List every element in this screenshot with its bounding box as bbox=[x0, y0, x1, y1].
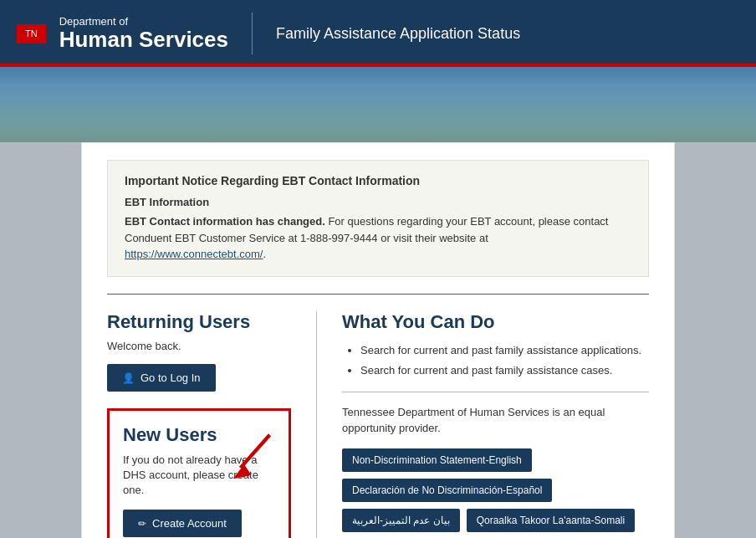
tn-logo: TN bbox=[17, 24, 46, 44]
create-account-button[interactable]: Create Account bbox=[123, 510, 242, 537]
header-separator bbox=[252, 13, 253, 54]
main-content: Important Notice Regarding EBT Contact I… bbox=[0, 142, 756, 538]
notice-box: Important Notice Regarding EBT Contact I… bbox=[107, 160, 649, 277]
what-you-can-do-list: Search for current and past family assis… bbox=[342, 343, 649, 378]
vertical-divider bbox=[316, 311, 317, 539]
user-icon bbox=[122, 371, 135, 384]
logo-tn-text: TN bbox=[25, 29, 38, 38]
what-you-can-do-title: What You Can Do bbox=[342, 311, 649, 333]
notice-body-bold: EBT Contact information has changed. bbox=[125, 215, 325, 228]
returning-users-subtitle: Welcome back. bbox=[107, 340, 291, 352]
bg-scene bbox=[0, 67, 756, 142]
equal-opportunity-text: Tennessee Department of Human Services i… bbox=[342, 404, 649, 437]
right-divider bbox=[342, 392, 649, 392]
notice-link[interactable]: https://www.connectebt.com/ bbox=[125, 248, 263, 260]
returning-users-title: Returning Users bbox=[107, 311, 291, 333]
lang-button-spanish[interactable]: Declaración de No Discriminación-Español bbox=[342, 479, 552, 502]
page-title: Family Assistance Application Status bbox=[276, 25, 520, 43]
notice-body-end: . bbox=[263, 248, 266, 260]
right-column: What You Can Do Search for current and p… bbox=[342, 311, 649, 539]
lang-button-arabic[interactable]: بيان عدم التمييز-العربية bbox=[342, 509, 460, 532]
lang-button-english[interactable]: Non-Discrimination Statement-English bbox=[342, 448, 532, 472]
list-item: Search for current and past family assis… bbox=[360, 363, 649, 378]
dept-of-label: Department of bbox=[59, 15, 228, 28]
dept-info: Department of Human Services bbox=[59, 15, 228, 52]
notice-subtitle: EBT Information bbox=[125, 196, 631, 208]
edit-icon bbox=[138, 517, 146, 530]
login-button-label: Go to Log In bbox=[140, 371, 201, 384]
notice-title: Important Notice Regarding EBT Contact I… bbox=[125, 174, 631, 187]
dept-name-label: Human Services bbox=[59, 28, 228, 52]
page-header: TN Department of Human Services Family A… bbox=[0, 0, 756, 67]
two-column-layout: Returning Users Welcome back. Go to Log … bbox=[107, 311, 649, 539]
new-users-box: New Users If you do not already have a D… bbox=[107, 408, 291, 539]
left-column: Returning Users Welcome back. Go to Log … bbox=[107, 311, 291, 539]
notice-divider bbox=[107, 294, 649, 295]
notice-body: EBT Contact information has changed. For… bbox=[125, 213, 631, 263]
create-account-label: Create Account bbox=[152, 517, 227, 530]
new-users-text: If you do not already have a DHS account… bbox=[123, 453, 275, 499]
list-item: Search for current and past family assis… bbox=[360, 343, 649, 358]
go-to-login-button[interactable]: Go to Log In bbox=[107, 364, 216, 392]
new-users-title: New Users bbox=[123, 424, 275, 446]
language-buttons-group: Non-Discrimination Statement-English Dec… bbox=[342, 448, 649, 532]
lang-button-somali[interactable]: Qoraalka Takoor La'aanta-Somali bbox=[467, 509, 636, 532]
content-card: Important Notice Regarding EBT Contact I… bbox=[81, 142, 675, 538]
